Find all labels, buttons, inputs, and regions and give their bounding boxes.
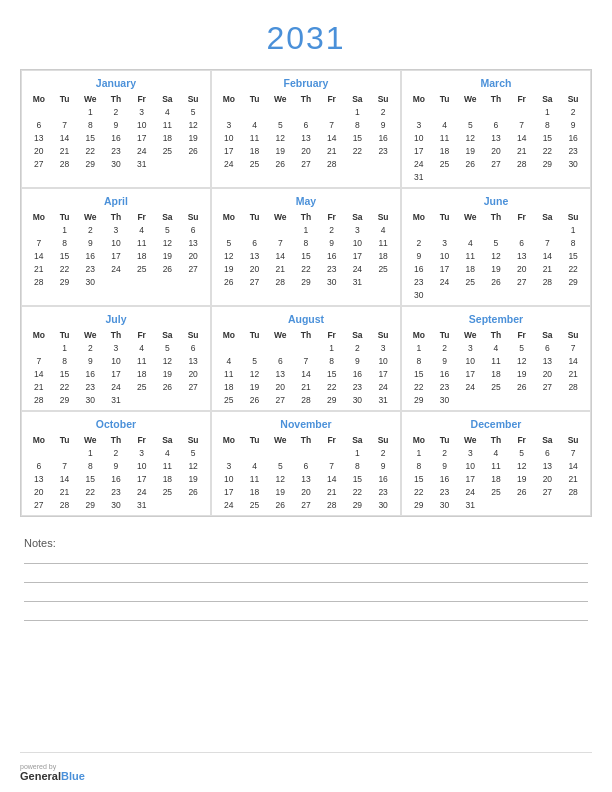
day-cell: 9 [345,354,371,367]
day-cell: 17 [216,144,242,157]
day-cell: 25 [155,485,181,498]
day-cell: 5 [180,446,206,459]
day-cell: 7 [267,236,293,249]
day-cell: 28 [52,157,78,170]
day-cell: 23 [560,144,586,157]
day-cell: 24 [216,498,242,511]
day-cell: 27 [293,157,319,170]
table-row: 15161718192021 [406,367,586,380]
table-row: 2930 [406,393,586,406]
table-row: 1234567 [406,341,586,354]
day-cell [509,105,535,118]
day-cell: 3 [370,341,396,354]
day-cell: 17 [370,367,396,380]
day-cell: 28 [26,275,52,288]
month-table-july: MoTuWeThFrSaSu12345678910111213141516171… [26,329,206,406]
day-cell: 23 [345,380,371,393]
day-cell: 24 [129,144,155,157]
day-cell: 19 [216,262,242,275]
day-cell [155,393,181,406]
day-header: Sa [155,434,181,446]
day-header: Fr [319,434,345,446]
day-cell: 7 [535,236,561,249]
year-title: 2031 [20,20,592,57]
month-table-august: MoTuWeThFrSaSu12345678910111213141516171… [216,329,396,406]
day-cell: 11 [155,118,181,131]
day-cell: 7 [293,354,319,367]
day-cell: 12 [180,459,206,472]
day-cell: 8 [345,118,371,131]
day-cell: 21 [319,144,345,157]
day-cell [180,157,206,170]
day-header: Mo [216,211,242,223]
day-cell: 2 [370,105,396,118]
brand: GeneralBlue [20,770,85,782]
day-cell [155,275,181,288]
table-row: 14151617181920 [26,367,206,380]
day-cell: 9 [319,236,345,249]
day-cell: 1 [77,446,103,459]
day-cell: 14 [52,472,78,485]
day-header: Mo [406,434,432,446]
day-cell: 13 [267,367,293,380]
day-cell: 10 [432,249,458,262]
day-cell: 12 [180,118,206,131]
day-header: Su [560,211,586,223]
day-header: Th [103,329,129,341]
table-row: 31 [406,170,586,183]
day-cell: 5 [267,118,293,131]
day-cell: 25 [483,485,509,498]
day-cell [509,223,535,236]
day-cell: 23 [370,485,396,498]
day-cell: 20 [293,485,319,498]
day-cell: 19 [509,472,535,485]
day-cell: 11 [242,131,268,144]
day-cell: 24 [345,262,371,275]
day-cell: 11 [370,236,396,249]
day-cell: 14 [509,131,535,144]
day-cell: 18 [242,485,268,498]
day-cell: 19 [155,367,181,380]
day-cell: 14 [560,354,586,367]
day-cell: 10 [216,131,242,144]
day-cell [216,105,242,118]
day-cell: 10 [103,236,129,249]
day-header: Tu [52,211,78,223]
day-cell: 6 [267,354,293,367]
day-cell: 26 [267,157,293,170]
day-header: Tu [52,329,78,341]
day-cell: 8 [406,459,432,472]
day-cell [216,446,242,459]
day-cell: 12 [483,249,509,262]
day-header: Fr [319,329,345,341]
day-header: Fr [509,434,535,446]
day-cell: 14 [267,249,293,262]
day-cell: 30 [345,393,371,406]
day-cell: 8 [52,354,78,367]
table-row: 282930 [26,275,206,288]
page: 2031 JanuaryMoTuWeThFrSaSu12345678910111… [0,0,612,792]
day-cell: 15 [52,249,78,262]
day-cell [457,288,483,301]
day-cell [509,393,535,406]
day-header: We [77,93,103,105]
notes-line-1 [24,563,588,564]
day-cell: 13 [535,459,561,472]
day-cell: 20 [483,144,509,157]
day-cell: 26 [267,498,293,511]
day-cell: 13 [293,131,319,144]
day-header: Th [483,93,509,105]
day-cell: 29 [319,393,345,406]
day-cell: 24 [216,157,242,170]
day-cell: 23 [319,262,345,275]
day-cell: 15 [345,131,371,144]
day-header: Tu [432,329,458,341]
table-row: 22232425262728 [406,380,586,393]
month-block-november: NovemberMoTuWeThFrSaSu123456789101112131… [211,411,401,516]
day-cell: 16 [370,131,396,144]
day-header: Sa [345,434,371,446]
day-header: Su [180,93,206,105]
table-row: 123456 [26,341,206,354]
day-cell: 22 [406,380,432,393]
day-header: Th [483,434,509,446]
